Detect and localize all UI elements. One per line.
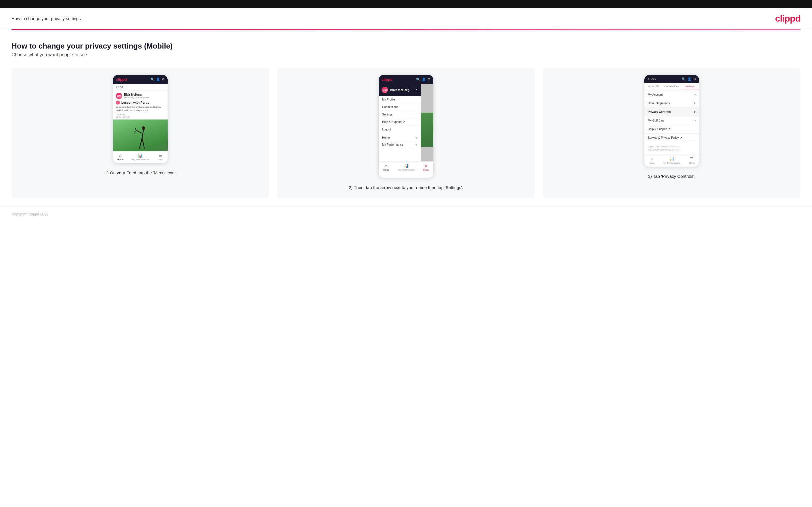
home-icon: ⌂ — [119, 153, 121, 158]
phone1-logo: clippd — [116, 77, 127, 81]
svg-line-6 — [142, 138, 144, 145]
settings-service-privacy[interactable]: Service & Privacy Policy ↗ — [644, 133, 699, 142]
chart-icon-2: 📊 — [404, 163, 409, 168]
bottom-tab2-performance: 📊 My Performance — [398, 163, 415, 171]
nav-home[interactable]: Home ∨ — [379, 134, 421, 141]
phone-2-mockup: clippd 🔍 👤 ⚙ — [378, 75, 434, 178]
header: How to change your privacy settings clip… — [0, 8, 812, 29]
settings-icon-3: ⚙ — [693, 77, 696, 81]
settings-help-support[interactable]: Help & Support ↗ — [644, 125, 699, 133]
phone2-bottom-bar: ⌂ Home 📊 My Performance ✕ Menu — [379, 161, 433, 173]
post-type-icon — [116, 101, 120, 105]
phone2-logo: clippd — [382, 77, 393, 81]
phone3-icons: 🔍 👤 ⚙ — [682, 77, 696, 81]
performance-label-3: My Performance — [663, 162, 680, 164]
home-label-3: Home — [649, 162, 655, 164]
user-icon-3: 👤 — [688, 77, 692, 81]
post-header: BM Blair McHarg Yesterday · Sunningdale — [116, 93, 165, 99]
performance-label: My Performance — [132, 158, 149, 161]
my-golf-bag-label: My Golf Bag — [648, 119, 664, 122]
settings-my-account[interactable]: My Account > — [644, 91, 699, 99]
data-integrations-label: Data Integrations — [648, 102, 670, 105]
performance-nav-label: My Performance — [382, 143, 403, 146]
home-label: Home — [117, 158, 123, 161]
search-icon-2: 🔍 — [416, 77, 420, 81]
back-button[interactable]: < Back — [647, 77, 656, 81]
step-2-card: clippd 🔍 👤 ⚙ — [277, 68, 535, 198]
nav-performance[interactable]: My Performance ∨ — [379, 141, 421, 148]
privacy-controls-label: Privacy Controls — [648, 110, 670, 113]
phone1-post: BM Blair McHarg Yesterday · Sunningdale … — [113, 91, 168, 118]
bottom-tab3-menu: ☰ Menu — [689, 157, 695, 164]
bottom-tab-menu: ☰ Menu — [158, 153, 163, 161]
post-title: Lesson with Fordy — [116, 101, 165, 105]
chevron-up-icon: ∧ — [415, 88, 418, 92]
phone2-nav: clippd 🔍 👤 ⚙ — [379, 75, 433, 84]
my-account-chevron: > — [694, 93, 696, 96]
tab-my-profile[interactable]: My Profile — [644, 83, 662, 90]
phone3-settings-list: My Account > Data Integrations > Privacy… — [644, 91, 699, 142]
post-author-info: Blair McHarg Yesterday · Sunningdale — [124, 93, 149, 99]
golfer-svg — [134, 125, 151, 151]
settings-icon-2: ⚙ — [427, 77, 430, 81]
step-1-card: clippd 🔍 👤 ⚙ Feed BM Blair McHarg — [11, 68, 269, 198]
performance-chevron: ∨ — [415, 143, 417, 146]
menu-item-help[interactable]: Help & Support ↗ — [379, 118, 421, 126]
tab-connections[interactable]: Connections — [662, 83, 680, 90]
settings-data-integrations[interactable]: Data Integrations > — [644, 99, 699, 108]
steps-row: clippd 🔍 👤 ⚙ Feed BM Blair McHarg — [11, 68, 801, 198]
search-icon-3: 🔍 — [682, 77, 686, 81]
phone3-footer: Clippd Client Version: 2022.8.3-3 SQL Se… — [644, 142, 699, 155]
my-account-label: My Account — [648, 93, 663, 96]
phone-1-mockup: clippd 🔍 👤 ⚙ Feed BM Blair McHarg — [113, 75, 168, 163]
settings-my-golf-bag[interactable]: My Golf Bag > — [644, 116, 699, 125]
client-version: Clippd Client Version: 2022.8.3-3 — [648, 145, 696, 148]
bottom-tab3-home: ⌂ Home — [649, 157, 655, 164]
post-author-name: Blair McHarg — [124, 93, 149, 96]
main-content: How to change your privacy settings (Mob… — [0, 30, 812, 207]
menu-user-info: BM Blair McHarg — [382, 87, 409, 93]
phone3-header: < Back 🔍 👤 ⚙ — [644, 75, 699, 83]
close-icon: ✕ — [424, 163, 428, 168]
svg-line-3 — [135, 127, 136, 130]
step-3-caption: 3) Tap 'Privacy Controls'. — [648, 173, 696, 180]
footer: Copyright Clippd 2022 — [0, 207, 812, 222]
menu-item-logout[interactable]: Logout — [379, 126, 421, 133]
user-icon: 👤 — [156, 77, 160, 81]
avatar: BM — [116, 93, 122, 99]
nav-sections: Home ∨ My Performance ∨ — [379, 133, 421, 148]
page-subheading: Choose what you want people to see — [11, 52, 801, 57]
svg-point-0 — [142, 126, 145, 130]
home-chevron: ∨ — [415, 136, 417, 139]
menu-item-my-profile[interactable]: My Profile — [379, 96, 421, 103]
step-2-caption: 2) Then, tap the arrow next to your name… — [349, 184, 463, 191]
svg-line-4 — [134, 130, 136, 134]
step-1-caption: 1) On your Feed, tap the 'Menu' icon. — [105, 170, 176, 176]
phone2-icons: 🔍 👤 ⚙ — [416, 77, 430, 81]
svg-line-2 — [136, 130, 142, 133]
menu-label: Menu — [158, 158, 163, 161]
sql-version: SQL Server Version: 2022.7.30-1 — [648, 148, 696, 151]
settings-privacy-controls[interactable]: Privacy Controls > — [644, 108, 699, 116]
phone1-nav: clippd 🔍 👤 ⚙ — [113, 75, 168, 84]
phone2-menu-panel: BM Blair McHarg ∧ My Profile Connections… — [379, 84, 421, 161]
home-label-2: Home — [383, 169, 389, 171]
phone-3-mockup: < Back 🔍 👤 ⚙ My Profile Connections Sett… — [644, 75, 699, 167]
data-integrations-chevron: > — [694, 102, 696, 105]
user-icon-2: 👤 — [422, 77, 426, 81]
help-support-label: Help & Support ↗ — [648, 127, 670, 131]
header-title: How to change your privacy settings — [11, 16, 81, 21]
bottom-tab-performance: 📊 My Performance — [132, 153, 149, 161]
tab-settings[interactable]: Settings — [681, 83, 699, 90]
phone1-feed-tab: Feed — [113, 84, 168, 91]
menu-label-3: Menu — [689, 162, 695, 164]
home-nav-label: Home — [382, 136, 390, 139]
menu-user-row: BM Blair McHarg ∧ — [379, 84, 421, 96]
menu-item-settings[interactable]: Settings — [379, 111, 421, 118]
menu-item-connections[interactable]: Connections — [379, 103, 421, 111]
menu-icon-3: ☰ — [690, 157, 694, 161]
home-icon-2: ⌂ — [385, 163, 387, 168]
bottom-tab2-menu: ✕ Menu — [423, 163, 429, 171]
step-3-card: < Back 🔍 👤 ⚙ My Profile Connections Sett… — [543, 68, 801, 198]
svg-line-7 — [139, 145, 140, 149]
